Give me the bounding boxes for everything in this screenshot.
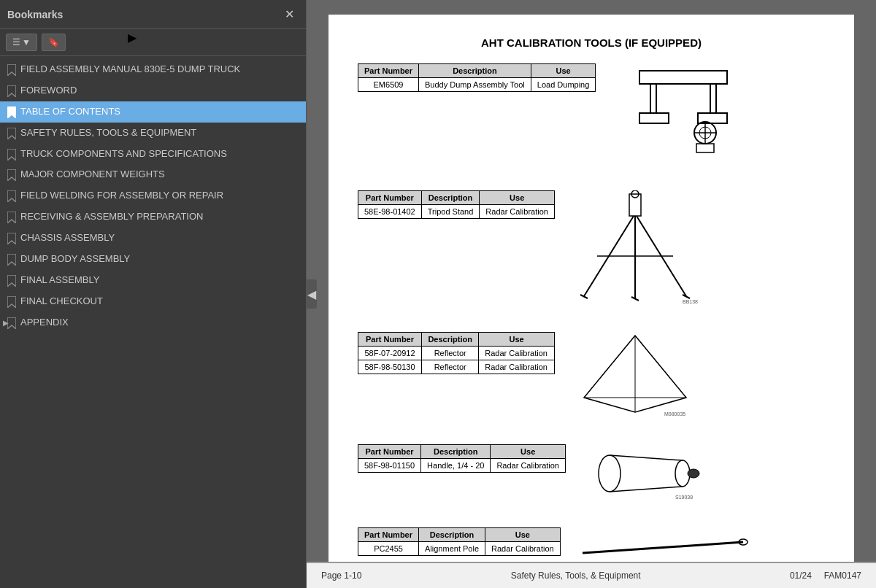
cell-description: Buddy Dump Assembly Tool bbox=[419, 78, 531, 92]
tool-table-2: Part Number Description Use 58E-98-01402… bbox=[358, 190, 555, 219]
svg-marker-5 bbox=[7, 169, 16, 181]
svg-marker-0 bbox=[7, 64, 16, 76]
page-area: AHT CALIBRATION TOOLS (IF EQUIPPED) Part… bbox=[307, 0, 876, 562]
bookmark-flag-icon bbox=[7, 212, 18, 223]
tool-image-5: M060037 bbox=[575, 527, 758, 562]
col-part-number-3: Part Number bbox=[358, 333, 422, 347]
tool-table-3: Part Number Description Use 58F-07-20912… bbox=[358, 332, 555, 374]
svg-line-42 bbox=[610, 487, 683, 492]
cell-use: Radar Calibration bbox=[479, 360, 555, 374]
tool-section-1: Part Number Description Use EM6509Buddy … bbox=[358, 63, 825, 169]
page-number: Page 1-10 bbox=[321, 570, 361, 581]
col-part-number-5: Part Number bbox=[358, 528, 419, 542]
col-part-number-2: Part Number bbox=[358, 191, 422, 205]
clamp-tool-svg bbox=[610, 63, 756, 166]
col-use-3: Use bbox=[479, 333, 555, 347]
svg-marker-8 bbox=[7, 233, 16, 244]
tool-table-5: Part Number Description Use PC2455Alignm… bbox=[358, 527, 561, 556]
bookmark-label: TABLE OF CONTENTS bbox=[20, 106, 120, 118]
page-footer: Page 1-10 Safety Rules, Tools, & Equipme… bbox=[307, 562, 876, 588]
svg-text:BB138: BB138 bbox=[683, 299, 698, 304]
svg-text:M080035: M080035 bbox=[664, 411, 685, 417]
bookmark-flag-icon bbox=[7, 233, 18, 244]
cell-part: EM6509 bbox=[358, 78, 419, 92]
tool-section-4: Part Number Description Use 58F-98-01150… bbox=[358, 444, 825, 506]
bookmark-item-foreword[interactable]: FOREWORD bbox=[0, 80, 306, 101]
close-button[interactable]: ✕ bbox=[280, 6, 299, 23]
svg-marker-6 bbox=[7, 190, 16, 202]
sidebar: Bookmarks ✕ ☰ ▼ 🔖 FIELD ASSEMBLY MANUAL … bbox=[0, 0, 307, 588]
bookmark-label: FINAL CHECKOUT bbox=[20, 295, 103, 308]
table-row: PC2455Alignment PoleRadar Calibration bbox=[358, 542, 561, 556]
content-area: AHT CALIBRATION TOOLS (IF EQUIPPED) Part… bbox=[307, 0, 876, 588]
tool-table-4: Part Number Description Use 58F-98-01150… bbox=[358, 444, 566, 473]
bookmark-label: FIELD WELDING FOR ASSEMBLY OR REPAIR bbox=[20, 190, 223, 202]
bookmark-flag-icon bbox=[7, 317, 18, 329]
bookmark-label: TRUCK COMPONENTS AND SPECIFICATIONS bbox=[20, 148, 227, 160]
svg-line-37 bbox=[635, 336, 686, 398]
col-use: Use bbox=[531, 64, 596, 78]
svg-marker-9 bbox=[7, 254, 16, 266]
bookmark-label: APPENDIX bbox=[20, 317, 69, 329]
bookmark-icon-tool: 🔖 bbox=[48, 37, 59, 47]
svg-marker-11 bbox=[7, 296, 16, 308]
bookmark-item-field-welding[interactable]: FIELD WELDING FOR ASSEMBLY OR REPAIR bbox=[0, 185, 306, 206]
footer-doc-id: FAM0147 bbox=[824, 570, 861, 581]
view-toggle-button[interactable]: ☰ ▼ bbox=[6, 34, 37, 51]
svg-point-43 bbox=[688, 469, 699, 478]
bookmark-flag-icon bbox=[7, 149, 18, 160]
bookmark-item-toc[interactable]: TABLE OF CONTENTS bbox=[0, 101, 306, 123]
bookmark-item-major-weights[interactable]: MAJOR COMPONENT WEIGHTS bbox=[0, 164, 306, 185]
sidebar-collapse-button[interactable]: ◀ bbox=[307, 279, 317, 309]
cell-use: Radar Calibration bbox=[480, 205, 555, 219]
bookmark-flag-icon bbox=[7, 275, 18, 287]
bookmark-label: DUMP BODY ASSEMBLY bbox=[20, 253, 130, 266]
col-use-4: Use bbox=[491, 445, 566, 459]
cell-part: PC2455 bbox=[358, 542, 419, 556]
dropdown-arrow-icon: ▼ bbox=[22, 37, 31, 47]
tool-section-2: Part Number Description Use 58E-98-01402… bbox=[358, 190, 825, 310]
bookmark-flag-icon bbox=[7, 64, 18, 76]
sidebar-header: Bookmarks ✕ bbox=[0, 0, 306, 29]
bookmark-item-receiving[interactable]: RECEIVING & ASSEMBLY PREPARATION bbox=[0, 206, 306, 228]
svg-marker-12 bbox=[7, 317, 16, 329]
document-page: AHT CALIBRATION TOOLS (IF EQUIPPED) Part… bbox=[328, 15, 854, 562]
bookmark-item-safety-rules[interactable]: SAFETY RULES, TOOLS & EQUIPMENT bbox=[0, 123, 306, 144]
svg-line-41 bbox=[610, 455, 683, 460]
bookmark-item-dump-body[interactable]: DUMP BODY ASSEMBLY bbox=[0, 249, 306, 270]
bookmark-label: CHASSIS ASSEMBLY bbox=[20, 232, 115, 244]
svg-rect-13 bbox=[639, 71, 727, 84]
svg-marker-7 bbox=[7, 212, 16, 223]
bookmark-item-field-assembly[interactable]: FIELD ASSEMBLY MANUAL 830E-5 DUMP TRUCK bbox=[0, 59, 306, 80]
tool-image-4: S19038 bbox=[580, 444, 712, 506]
svg-marker-2 bbox=[7, 107, 16, 118]
cell-part: 58E-98-01402 bbox=[358, 205, 422, 219]
page-title: AHT CALIBRATION TOOLS (IF EQUIPPED) bbox=[358, 36, 825, 49]
table-row: 58F-98-01150Handle, 1/4 - 20Radar Calibr… bbox=[358, 459, 566, 473]
svg-marker-4 bbox=[7, 149, 16, 160]
tool-section-5: Part Number Description Use PC2455Alignm… bbox=[358, 527, 825, 562]
bookmark-item-appendix[interactable]: ▶APPENDIX bbox=[0, 312, 306, 333]
bookmark-item-truck-components[interactable]: TRUCK COMPONENTS AND SPECIFICATIONS bbox=[0, 144, 306, 165]
table-row: 58F-07-20912ReflectorRadar Calibration bbox=[358, 347, 555, 360]
bookmark-flag-icon bbox=[7, 85, 18, 97]
bookmark-label: MAJOR COMPONENT WEIGHTS bbox=[20, 169, 165, 181]
cell-description: Alignment Pole bbox=[419, 542, 485, 556]
col-use-2: Use bbox=[480, 191, 555, 205]
col-description-4: Description bbox=[421, 445, 491, 459]
bookmark-label: FINAL ASSEMBLY bbox=[20, 274, 99, 287]
footer-right: 01/24 FAM0147 bbox=[790, 570, 861, 581]
svg-rect-22 bbox=[696, 144, 714, 152]
bookmark-item-final-checkout[interactable]: FINAL CHECKOUT bbox=[0, 291, 306, 312]
bookmark-action-button[interactable]: 🔖 bbox=[42, 34, 66, 51]
footer-date: 01/24 bbox=[790, 570, 812, 581]
svg-marker-1 bbox=[7, 85, 16, 97]
cell-use: Load Dumping bbox=[531, 78, 596, 92]
bookmark-item-final-assembly[interactable]: FINAL ASSEMBLY bbox=[0, 270, 306, 291]
col-description-3: Description bbox=[422, 333, 479, 347]
handle-svg: S19038 bbox=[580, 444, 712, 503]
col-part-number-4: Part Number bbox=[358, 445, 421, 459]
bookmark-label: RECEIVING & ASSEMBLY PREPARATION bbox=[20, 211, 203, 223]
bookmark-item-chassis[interactable]: CHASSIS ASSEMBLY bbox=[0, 228, 306, 249]
tool-table-1: Part Number Description Use EM6509Buddy … bbox=[358, 63, 596, 92]
